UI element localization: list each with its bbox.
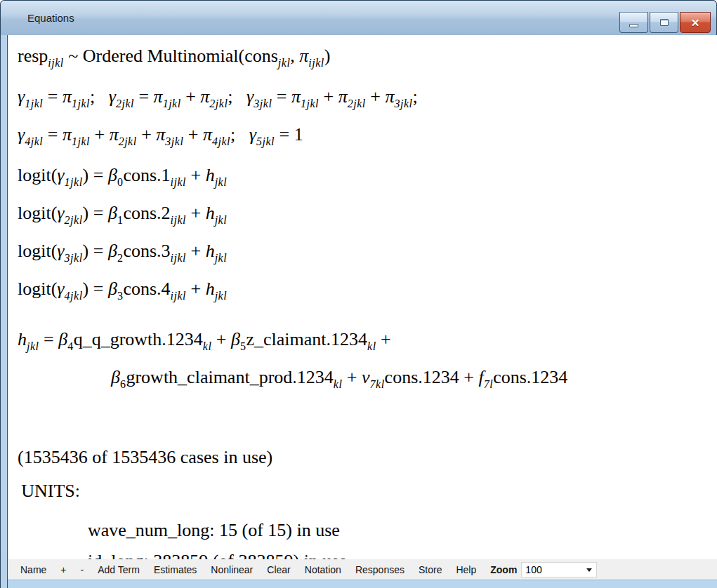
equation-segment: = 1 bbox=[275, 124, 303, 145]
equations-window: Equations ✕ respijkl ~ Ordered Multinomi… bbox=[0, 0, 717, 588]
equation-segment: ijkl bbox=[308, 57, 324, 69]
equation-segment: π bbox=[110, 124, 119, 145]
equation-segment: + bbox=[211, 329, 231, 349]
equation-segment: β bbox=[108, 279, 117, 299]
toolbar-button-zoom[interactable]: Zoom bbox=[483, 561, 521, 578]
equation-segment: ; bbox=[228, 86, 246, 107]
equation-segment: 7kl bbox=[370, 378, 385, 390]
close-button[interactable]: ✕ bbox=[680, 12, 711, 33]
equation-segment: π bbox=[338, 86, 348, 107]
toolbar-button-estimates[interactable]: Estimates bbox=[147, 561, 204, 578]
equation-segment: h bbox=[18, 329, 27, 349]
equation-segment: γ bbox=[109, 86, 116, 107]
equation-segment: ijkl bbox=[171, 176, 186, 188]
equation-segment: = bbox=[39, 329, 59, 349]
equation-segment: jkl bbox=[215, 214, 228, 226]
equation-segment: z_claimant.1234 bbox=[246, 329, 367, 349]
equation-segment: β bbox=[58, 329, 67, 349]
equation-segment: resp bbox=[18, 46, 48, 66]
equation-line[interactable]: β6growth_claimant_prod.1234kl + v7klcons… bbox=[18, 362, 713, 400]
equation-line[interactable]: logit(γ3jkl) = β2cons.3ijkl + hjkl bbox=[18, 236, 713, 274]
equation-segment: cons.1 bbox=[123, 165, 170, 185]
equation-line[interactable]: logit(γ1jkl) = β0cons.1ijkl + hjkl bbox=[18, 160, 713, 198]
equation-segment: kl bbox=[334, 378, 343, 390]
equation-line[interactable]: respijkl ~ Ordered Multinomial(consjkl, … bbox=[18, 41, 713, 79]
window-frame-left bbox=[0, 35, 8, 588]
equation-segment: = bbox=[134, 86, 154, 107]
maximize-icon bbox=[660, 19, 669, 26]
equation-line[interactable]: γ4jkl = π1jkl + π2jkl + π3jkl + π4jkl; γ… bbox=[18, 119, 713, 157]
title-bar[interactable]: Equations ✕ bbox=[0, 0, 717, 35]
chevron-down-icon bbox=[586, 568, 592, 572]
equation-segment: β bbox=[108, 203, 117, 223]
equation-segment: π bbox=[203, 124, 212, 145]
equation-segment: γ bbox=[57, 165, 64, 185]
equation-segment: v bbox=[362, 367, 370, 387]
equation-segment: cons.1234 bbox=[493, 367, 567, 387]
equation-segment: kl bbox=[203, 340, 212, 352]
equation-segment: + bbox=[376, 329, 391, 349]
maximize-button[interactable] bbox=[650, 12, 678, 33]
equation-segment: π bbox=[63, 124, 72, 145]
equation-segment: q_q_growth.1234 bbox=[74, 329, 203, 349]
equation-segment: ) bbox=[324, 46, 331, 66]
equation-segment: cons.1234 + bbox=[385, 367, 479, 387]
equation-segment: jkl bbox=[215, 290, 228, 302]
equation-segment: jkl bbox=[27, 340, 39, 352]
equation-line[interactable]: UNITS: bbox=[18, 476, 713, 507]
equation-line[interactable]: id_long: 383859 (of 383859) in use bbox=[18, 546, 713, 559]
toolbar-button-responses[interactable]: Responses bbox=[348, 561, 412, 578]
caption-buttons: ✕ bbox=[619, 12, 711, 33]
toolbar-button-notation[interactable]: Notation bbox=[298, 561, 348, 578]
equation-segment: γ bbox=[18, 86, 25, 107]
toolbar-button-store[interactable]: Store bbox=[412, 561, 449, 578]
equation-segment: jkl bbox=[278, 57, 291, 69]
toolbar-button-help[interactable]: Help bbox=[449, 561, 483, 578]
equation-segment: 1jkl bbox=[163, 98, 181, 109]
equation-segment: 3jkl bbox=[65, 252, 83, 264]
equation-segment: = bbox=[43, 86, 63, 107]
equation-line[interactable]: (1535436 of 1535436 cases in use) bbox=[18, 442, 713, 473]
equation-segment: 5jkl bbox=[256, 135, 275, 147]
equation-segment: (1535436 of 1535436 cases in use) bbox=[18, 447, 272, 467]
equation-segment: 4jkl bbox=[212, 135, 230, 147]
equation-segment: 1jkl bbox=[301, 98, 319, 109]
equation-line[interactable]: hjkl = β4q_q_growth.1234kl + β5z_claiman… bbox=[18, 324, 713, 362]
toolbar-button-[interactable]: + bbox=[53, 561, 73, 578]
equation-segment: 1jkl bbox=[72, 98, 90, 109]
equation-line[interactable]: logit(γ2jkl) = β1cons.2ijkl + hjkl bbox=[18, 198, 713, 236]
equation-segment: 7l bbox=[484, 378, 493, 390]
equation-line[interactable]: γ1jkl = π1jkl; γ2jkl = π1jkl + π2jkl; γ3… bbox=[18, 81, 713, 119]
toolbar-button-add-term[interactable]: Add Term bbox=[91, 561, 147, 578]
toolbar-button-[interactable]: - bbox=[74, 561, 91, 578]
equations-display[interactable]: respijkl ~ Ordered Multinomial(consjkl, … bbox=[8, 35, 717, 559]
equation-segment: + bbox=[137, 124, 157, 145]
equation-segment: + bbox=[342, 367, 362, 387]
equation-segment: + bbox=[90, 124, 110, 145]
equation-segment: h bbox=[206, 241, 215, 261]
equation-segment: π bbox=[299, 46, 308, 66]
toolbar-button-name[interactable]: Name bbox=[13, 561, 53, 578]
equation-segment: + bbox=[366, 86, 386, 107]
equation-segment: ijkl bbox=[171, 252, 186, 264]
equation-segment: 2jkl bbox=[209, 98, 228, 109]
equation-segment: + bbox=[186, 279, 206, 299]
equation-segment: = bbox=[43, 124, 63, 145]
minimize-icon bbox=[629, 24, 638, 27]
equation-line[interactable]: logit(γ4jkl) = β3cons.4ijkl + hjkl bbox=[18, 274, 713, 312]
toolbar-button-nonlinear[interactable]: Nonlinear bbox=[204, 561, 260, 578]
minimize-button[interactable] bbox=[619, 12, 648, 33]
equation-segment: 4jkl bbox=[65, 290, 83, 302]
equation-segment: jkl bbox=[215, 252, 228, 264]
equation-segment: wave_num_long: 15 (of 15) in use bbox=[88, 520, 340, 540]
equation-segment: π bbox=[385, 86, 394, 107]
equation-segment: π bbox=[154, 86, 163, 107]
zoom-level-combobox[interactable]: 100 bbox=[521, 562, 597, 577]
equation-segment: h bbox=[206, 279, 215, 299]
equation-segment: 3jkl bbox=[394, 98, 412, 109]
toolbar-button-clear[interactable]: Clear bbox=[260, 561, 297, 578]
equation-line[interactable]: wave_num_long: 15 (of 15) in use bbox=[18, 515, 713, 546]
window-frame-bottom bbox=[8, 580, 717, 588]
equation-segment: π bbox=[63, 86, 72, 107]
equation-segment: γ bbox=[246, 86, 254, 107]
